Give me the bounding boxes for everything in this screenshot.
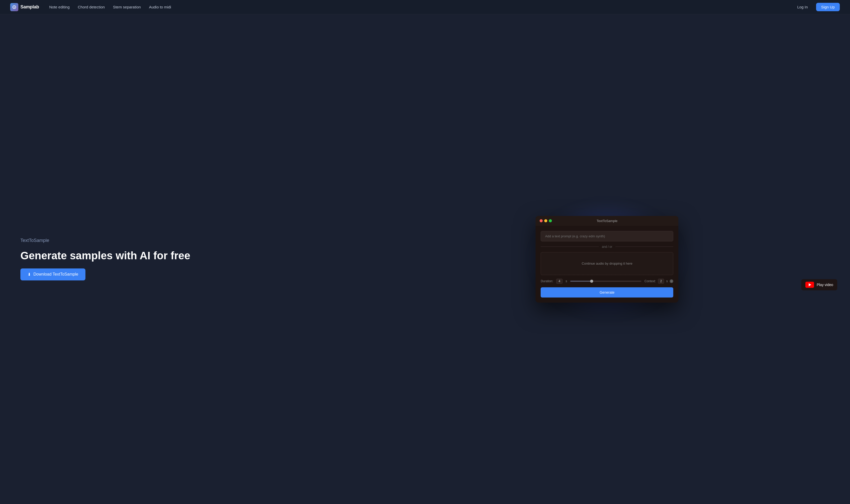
svg-point-1	[14, 7, 15, 8]
duration-value: 4	[556, 278, 563, 284]
logo-icon	[10, 3, 18, 11]
hero-headline: Generate samples with AI for free	[20, 249, 190, 262]
window-minimize-dot[interactable]	[544, 219, 547, 222]
divider-row: and / or	[541, 245, 673, 249]
context-unit: s	[666, 280, 668, 283]
controls-row: Duration: 4 s Context: 2 s i	[541, 278, 673, 284]
app-window: TextToSample and / or Continue audio by …	[535, 216, 678, 303]
duration-slider[interactable]	[570, 281, 641, 282]
slider-thumb	[590, 280, 593, 283]
text-prompt-input[interactable]	[541, 231, 673, 241]
drop-zone-text: Continue audio by dropping it here	[582, 262, 633, 265]
generate-button[interactable]: Generate	[541, 287, 673, 298]
audio-drop-zone[interactable]: Continue audio by dropping it here	[541, 252, 673, 275]
window-content: and / or Continue audio by dropping it h…	[535, 226, 678, 303]
navbar: Samplab Note editing Chord detection Ste…	[0, 0, 850, 14]
nav-left: Samplab Note editing Chord detection Ste…	[10, 3, 171, 11]
duration-unit: s	[566, 280, 567, 283]
youtube-icon	[805, 282, 814, 288]
divider-line-left	[541, 247, 599, 247]
slider-fill	[570, 281, 592, 282]
nav-link-audio-to-midi[interactable]: Audio to midi	[149, 5, 171, 9]
nav-links: Note editing Chord detection Stem separa…	[49, 5, 171, 9]
window-maximize-dot[interactable]	[549, 219, 552, 222]
play-video-text: Play video	[817, 283, 833, 287]
nav-link-chord-detection[interactable]: Chord detection	[78, 5, 105, 9]
download-icon: ⬇	[28, 272, 31, 277]
divider-line-right	[615, 247, 674, 247]
play-triangle	[809, 283, 811, 286]
download-label: Download TextToSample	[33, 272, 78, 276]
download-button[interactable]: ⬇ Download TextToSample	[20, 268, 85, 281]
duration-label: Duration:	[541, 280, 553, 283]
window-titlebar: TextToSample	[535, 216, 678, 226]
app-subtitle: TextToSample	[20, 238, 49, 243]
window-title: TextToSample	[597, 219, 618, 223]
divider-text: and / or	[602, 245, 612, 249]
nav-link-note-editing[interactable]: Note editing	[49, 5, 70, 9]
window-close-dot[interactable]	[539, 219, 543, 222]
nav-right: Log In Sign Up	[793, 3, 840, 11]
window-controls	[539, 219, 552, 222]
logo[interactable]: Samplab	[10, 3, 39, 11]
context-info-icon[interactable]: i	[670, 280, 673, 283]
play-video-overlay[interactable]: Play video	[801, 279, 837, 290]
nav-link-stem-separation[interactable]: Stem separation	[113, 5, 141, 9]
context-label: Context:	[644, 280, 656, 283]
context-section: Context: 2 s i	[644, 278, 673, 284]
context-value: 2	[658, 278, 665, 284]
login-button[interactable]: Log In	[793, 3, 812, 11]
signup-button[interactable]: Sign Up	[816, 3, 840, 11]
logo-text: Samplab	[20, 4, 39, 10]
right-section: TextToSample and / or Continue audio by …	[385, 216, 830, 303]
left-section: TextToSample Generate samples with AI fo…	[20, 238, 385, 280]
main-content: TextToSample Generate samples with AI fo…	[0, 14, 850, 504]
